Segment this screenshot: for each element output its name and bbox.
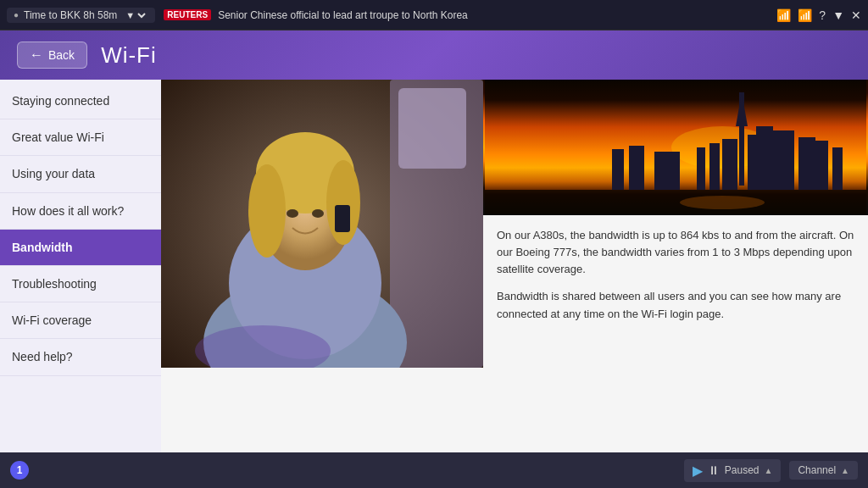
right-panel: On our A380s, the bandwidth is up to 864… <box>483 80 868 452</box>
svg-rect-22 <box>773 130 794 190</box>
channel-label: Channel <box>798 464 836 476</box>
media-controls[interactable]: ▶ ⏸ Paused ▲ <box>684 459 782 482</box>
badge-group: 1 <box>10 461 29 480</box>
paragraph-1: On our A380s, the bandwidth is up to 864… <box>497 227 854 278</box>
wifi-icon: 📶 <box>776 8 791 22</box>
reuters-logo: REUTERS <box>164 9 211 20</box>
bandwidth-description: On our A380s, the bandwidth is up to 864… <box>483 215 868 452</box>
sidebar-item-using-data[interactable]: Using your data <box>0 156 161 192</box>
svg-point-31 <box>680 196 765 209</box>
skyline-svg <box>483 80 868 215</box>
sidebar-item-bandwidth[interactable]: Bandwidth <box>0 230 161 266</box>
bottom-bar: 1 ▶ ⏸ Paused ▲ Channel ▲ <box>0 452 868 488</box>
status-up-arrow[interactable]: ▲ <box>764 466 772 475</box>
svg-rect-29 <box>612 149 624 190</box>
svg-point-11 <box>287 209 298 218</box>
city-skyline-image <box>483 80 868 215</box>
sidebar-item-how-works[interactable]: How does it all work? <box>0 193 161 230</box>
status-label: Paused <box>725 464 760 476</box>
sidebar-item-great-value[interactable]: Great value Wi-Fi <box>0 119 161 156</box>
page-title: Wi-Fi <box>101 42 157 69</box>
main-panel: On our A380s, the bandwidth is up to 864… <box>161 80 868 452</box>
flight-dropdown[interactable]: ▼ <box>122 9 148 21</box>
svg-rect-23 <box>798 137 815 190</box>
play-icon[interactable]: ▶ <box>693 463 703 479</box>
content-images-text: On our A380s, the bandwidth is up to 864… <box>161 80 868 452</box>
flight-info-text: Time to BKK 8h 58m <box>24 9 117 21</box>
back-label: Back <box>48 48 75 62</box>
city-image-area <box>483 80 868 215</box>
svg-rect-27 <box>654 152 680 190</box>
bullet-dot: ● <box>14 10 19 19</box>
back-arrow-icon: ← <box>30 47 43 63</box>
notification-badge[interactable]: 1 <box>10 461 29 480</box>
person-svg <box>161 80 483 368</box>
sidebar-item-need-help[interactable]: Need help? <box>0 339 161 375</box>
svg-rect-20 <box>722 139 737 190</box>
sidebar-item-wifi-coverage[interactable]: Wi-Fi coverage <box>0 302 161 339</box>
top-bar: ● Time to BKK 8h 58m ▼ REUTERS Senior Ch… <box>0 0 868 30</box>
aircraft-person-image <box>161 80 483 368</box>
help-icon[interactable]: ? <box>819 8 826 22</box>
flight-info[interactable]: ● Time to BKK 8h 58m ▼ <box>7 8 155 23</box>
svg-rect-25 <box>815 141 828 190</box>
svg-rect-28 <box>629 146 644 190</box>
paragraph-2: Bandwidth is shared between all users an… <box>497 288 854 322</box>
back-button[interactable]: ← Back <box>17 42 87 69</box>
pause-icon[interactable]: ⏸ <box>708 463 720 477</box>
signal-icon: 📶 <box>798 8 812 22</box>
sidebar: Staying connected Great value Wi-Fi Usin… <box>0 80 161 452</box>
svg-point-8 <box>248 164 286 258</box>
svg-rect-2 <box>398 88 466 169</box>
svg-rect-24 <box>697 147 705 190</box>
news-ticker: REUTERS Senior Chinese official to lead … <box>164 9 768 21</box>
channel-up-arrow[interactable]: ▲ <box>841 466 849 475</box>
sidebar-item-troubleshooting[interactable]: Troubleshooting <box>0 266 161 302</box>
svg-rect-21 <box>709 143 720 190</box>
top-icons: 📶 📶 ? ▼ ✕ <box>776 8 861 22</box>
svg-point-12 <box>312 209 324 218</box>
svg-rect-10 <box>335 205 350 232</box>
main-area: ← Back Wi-Fi Staying connected Great val… <box>0 30 868 488</box>
channel-controls[interactable]: Channel ▲ <box>789 461 858 480</box>
image-placeholder <box>161 80 483 368</box>
svg-rect-26 <box>832 147 843 190</box>
svg-rect-30 <box>485 190 866 215</box>
svg-rect-19 <box>748 135 760 190</box>
close-icon[interactable]: ✕ <box>851 8 861 22</box>
sidebar-item-staying-connected[interactable]: Staying connected <box>0 83 161 119</box>
page-header: ← Back Wi-Fi <box>0 30 868 80</box>
content-area: Staying connected Great value Wi-Fi Usin… <box>0 80 868 452</box>
news-headline: Senior Chinese official to lead art trou… <box>218 9 468 21</box>
settings-icon[interactable]: ▼ <box>832 8 844 22</box>
